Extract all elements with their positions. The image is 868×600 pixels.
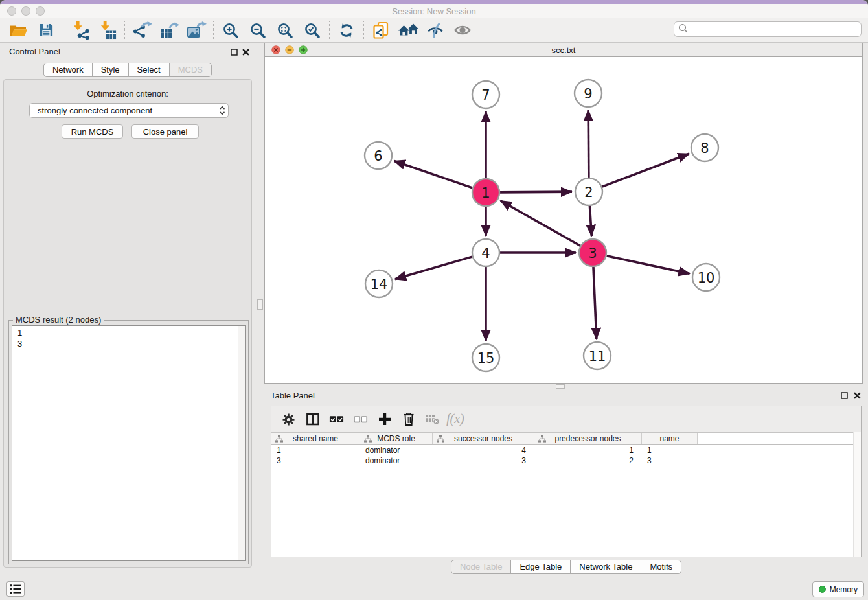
open-session-button[interactable] — [5, 19, 32, 41]
delete-table-button — [420, 410, 444, 429]
column-header-shared-name[interactable]: shared name — [271, 433, 360, 444]
clone-network-button[interactable] — [367, 19, 394, 41]
table-cell[interactable]: 1 — [271, 445, 360, 456]
graph-edge-2-3[interactable] — [589, 206, 591, 236]
save-session-button[interactable] — [32, 19, 60, 41]
tab-network[interactable]: Network — [43, 63, 93, 77]
zoom-out-button[interactable] — [244, 19, 271, 41]
optimization-criterion-label: Optimization criterion: — [4, 89, 251, 98]
delete-column-button[interactable] — [396, 410, 420, 429]
table-cell[interactable]: 1 — [642, 445, 698, 456]
toolbar-separator — [63, 21, 63, 40]
home-button[interactable] — [394, 19, 422, 41]
column-header-predecessor-nodes[interactable]: predecessor nodes — [534, 433, 642, 444]
memory-label: Memory — [830, 585, 858, 594]
dropdown-stepper-icon — [216, 105, 228, 116]
float-panel-icon[interactable] — [229, 47, 238, 56]
column-header-successor-nodes[interactable]: successor nodes — [433, 433, 534, 444]
table-cell[interactable]: 3 — [271, 456, 360, 466]
optimization-criterion-dropdown[interactable]: strongly connected component — [29, 103, 229, 118]
tab-node-table[interactable]: Node Table — [451, 560, 512, 574]
run-mcds-button[interactable]: Run MCDS — [62, 124, 123, 139]
table-cell[interactable]: dominator — [360, 456, 433, 466]
export-table-button[interactable] — [155, 19, 183, 41]
table-scrollbar[interactable] — [853, 432, 861, 557]
network-canvas[interactable]: 7968124314101511 — [265, 58, 862, 383]
deselect-all-button[interactable] — [348, 410, 372, 429]
zoom-fit-button[interactable] — [271, 19, 299, 41]
close-table-panel-icon[interactable] — [852, 391, 862, 400]
function-builder-button: f(x) — [444, 410, 468, 429]
graph-edge-1-6[interactable] — [394, 161, 473, 187]
table-row[interactable]: 1dominator411 — [271, 445, 853, 456]
column-header-name[interactable]: name — [642, 433, 698, 444]
column-label: successor nodes — [454, 434, 512, 443]
graph-edge-3-1[interactable] — [501, 201, 580, 246]
table-cell[interactable]: dominator — [360, 445, 433, 456]
table-panel: Table Panel f(x) shared nameMCDS rolesuc… — [264, 389, 868, 575]
graph-edge-1-2[interactable] — [500, 192, 572, 192]
graph-node-label-3: 3 — [588, 246, 597, 261]
graph-edge-3-10[interactable] — [606, 256, 689, 274]
show-details-button[interactable] — [449, 19, 476, 41]
tab-mcds[interactable]: MCDS — [169, 63, 212, 77]
search-input[interactable] — [689, 24, 861, 34]
graph-edge-2-8[interactable] — [602, 154, 689, 187]
toolbar-separator — [213, 21, 214, 40]
graph-node-label-14: 14 — [371, 277, 388, 292]
result-scrollbar[interactable] — [238, 326, 245, 560]
zoom-selected-button[interactable] — [299, 19, 326, 41]
graph-node-label-4: 4 — [481, 246, 490, 261]
svg-text:f(x): f(x) — [446, 411, 464, 426]
table-cell[interactable]: 2 — [534, 456, 642, 466]
graph-edge-2-9[interactable] — [588, 110, 589, 178]
mcds-result-groupbox: MCDS result (2 nodes) 1 3 — [8, 320, 249, 564]
vertical-splitter-handle[interactable] — [257, 299, 263, 310]
status-bar: Memory — [0, 577, 868, 600]
node-table-container: f(x) shared nameMCDS rolesuccessor nodes… — [271, 406, 862, 557]
graph-edge-3-11[interactable] — [593, 267, 597, 339]
graph-node-label-6: 6 — [374, 148, 382, 164]
table-cell[interactable]: 4 — [433, 445, 534, 456]
tab-style[interactable]: Style — [92, 63, 129, 77]
tab-motifs[interactable]: Motifs — [641, 560, 681, 574]
add-column-button[interactable] — [372, 410, 396, 429]
table-cell[interactable]: 3 — [433, 456, 534, 466]
mcds-result-area[interactable]: 1 3 — [12, 325, 246, 561]
float-table-panel-icon[interactable] — [839, 391, 849, 400]
column-gear-button[interactable] — [277, 410, 301, 429]
graph-node-label-15: 15 — [477, 351, 495, 366]
task-history-button[interactable] — [6, 581, 25, 597]
column-header-MCDS-role[interactable]: MCDS role — [360, 433, 433, 444]
dropdown-value: strongly connected component — [30, 106, 216, 115]
graph-node-label-7: 7 — [481, 87, 490, 103]
graph-edge-4-14[interactable] — [395, 257, 472, 279]
tab-network-table[interactable]: Network Table — [570, 560, 641, 574]
hide-details-button[interactable] — [422, 19, 449, 41]
tab-select[interactable]: Select — [128, 63, 170, 77]
network-window-titlebar[interactable]: scc.txt — [265, 43, 862, 57]
table-body: 1dominator4113dominator323 — [271, 445, 853, 466]
table-cell[interactable]: 1 — [534, 445, 642, 456]
export-image-button[interactable] — [183, 19, 210, 41]
search-box[interactable] — [674, 21, 862, 37]
tab-edge-table[interactable]: Edge Table — [510, 560, 571, 574]
table-row[interactable]: 3dominator323 — [271, 456, 853, 466]
zoom-in-button[interactable] — [217, 19, 244, 41]
horizontal-splitter-handle[interactable] — [556, 384, 565, 389]
column-label: predecessor nodes — [554, 434, 621, 443]
import-network-button[interactable] — [67, 19, 94, 41]
node-table: shared nameMCDS rolesuccessor nodesprede… — [271, 432, 853, 557]
select-all-button[interactable] — [325, 410, 348, 429]
control-panel-title: Control Panel — [9, 47, 60, 56]
close-panel-button[interactable]: Close panel — [131, 124, 199, 139]
memory-button[interactable]: Memory — [812, 581, 864, 597]
app-window: Session: New Session Control Panel Netwo… — [0, 0, 868, 600]
close-panel-icon[interactable] — [241, 47, 250, 56]
split-view-button[interactable] — [301, 410, 325, 429]
table-cell[interactable]: 3 — [642, 456, 698, 466]
graph-node-label-9: 9 — [584, 86, 592, 102]
export-network-button[interactable] — [128, 19, 155, 41]
refresh-button[interactable] — [333, 19, 360, 41]
import-table-button[interactable] — [94, 19, 121, 41]
